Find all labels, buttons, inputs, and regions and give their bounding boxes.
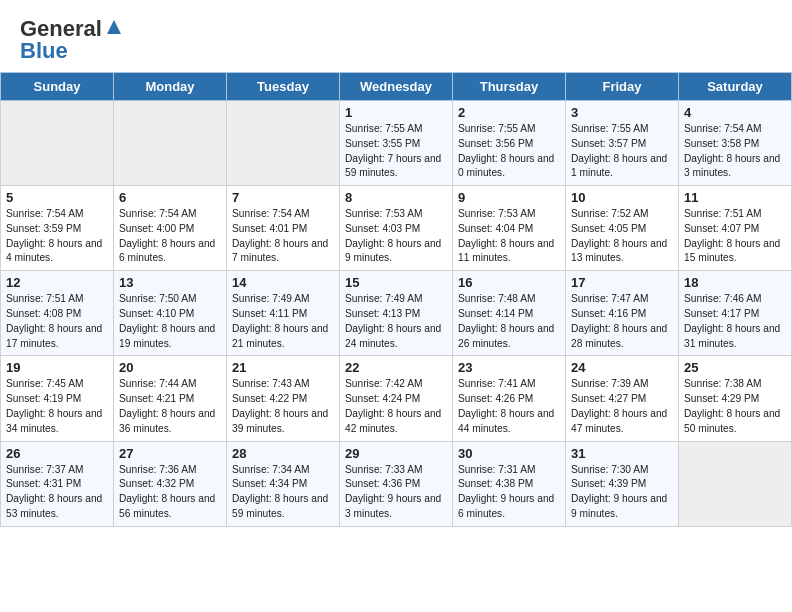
day-number: 12 [6,275,108,290]
cell-info: Sunrise: 7:50 AM Sunset: 4:10 PM Dayligh… [119,292,221,351]
weekday-header: Friday [566,73,679,101]
day-number: 8 [345,190,447,205]
cell-info: Sunrise: 7:44 AM Sunset: 4:21 PM Dayligh… [119,377,221,436]
cell-info: Sunrise: 7:49 AM Sunset: 4:13 PM Dayligh… [345,292,447,351]
day-number: 25 [684,360,786,375]
calendar-cell: 5Sunrise: 7:54 AM Sunset: 3:59 PM Daylig… [1,186,114,271]
day-number: 10 [571,190,673,205]
cell-info: Sunrise: 7:54 AM Sunset: 3:59 PM Dayligh… [6,207,108,266]
calendar-cell: 15Sunrise: 7:49 AM Sunset: 4:13 PM Dayli… [340,271,453,356]
day-number: 24 [571,360,673,375]
day-number: 15 [345,275,447,290]
logo-blue: Blue [20,38,68,64]
day-number: 26 [6,446,108,461]
day-number: 21 [232,360,334,375]
cell-info: Sunrise: 7:53 AM Sunset: 4:03 PM Dayligh… [345,207,447,266]
cell-info: Sunrise: 7:55 AM Sunset: 3:57 PM Dayligh… [571,122,673,181]
calendar-cell: 3Sunrise: 7:55 AM Sunset: 3:57 PM Daylig… [566,101,679,186]
day-number: 14 [232,275,334,290]
cell-info: Sunrise: 7:55 AM Sunset: 3:56 PM Dayligh… [458,122,560,181]
day-number: 2 [458,105,560,120]
weekday-header: Thursday [453,73,566,101]
calendar-cell: 21Sunrise: 7:43 AM Sunset: 4:22 PM Dayli… [227,356,340,441]
day-number: 11 [684,190,786,205]
day-number: 22 [345,360,447,375]
calendar-cell: 19Sunrise: 7:45 AM Sunset: 4:19 PM Dayli… [1,356,114,441]
weekday-header: Sunday [1,73,114,101]
cell-info: Sunrise: 7:53 AM Sunset: 4:04 PM Dayligh… [458,207,560,266]
weekday-header: Tuesday [227,73,340,101]
calendar-cell [1,101,114,186]
day-number: 16 [458,275,560,290]
cell-info: Sunrise: 7:37 AM Sunset: 4:31 PM Dayligh… [6,463,108,522]
cell-info: Sunrise: 7:54 AM Sunset: 4:00 PM Dayligh… [119,207,221,266]
cell-info: Sunrise: 7:45 AM Sunset: 4:19 PM Dayligh… [6,377,108,436]
calendar-cell: 22Sunrise: 7:42 AM Sunset: 4:24 PM Dayli… [340,356,453,441]
calendar-cell [114,101,227,186]
calendar-cell: 16Sunrise: 7:48 AM Sunset: 4:14 PM Dayli… [453,271,566,356]
day-number: 20 [119,360,221,375]
calendar-cell: 11Sunrise: 7:51 AM Sunset: 4:07 PM Dayli… [679,186,792,271]
cell-info: Sunrise: 7:39 AM Sunset: 4:27 PM Dayligh… [571,377,673,436]
calendar-cell: 4Sunrise: 7:54 AM Sunset: 3:58 PM Daylig… [679,101,792,186]
day-number: 4 [684,105,786,120]
cell-info: Sunrise: 7:41 AM Sunset: 4:26 PM Dayligh… [458,377,560,436]
logo: General Blue [20,16,125,64]
day-number: 28 [232,446,334,461]
cell-info: Sunrise: 7:34 AM Sunset: 4:34 PM Dayligh… [232,463,334,522]
cell-info: Sunrise: 7:42 AM Sunset: 4:24 PM Dayligh… [345,377,447,436]
cell-info: Sunrise: 7:30 AM Sunset: 4:39 PM Dayligh… [571,463,673,522]
calendar-cell [679,441,792,526]
weekday-header: Wednesday [340,73,453,101]
day-number: 27 [119,446,221,461]
calendar-cell: 2Sunrise: 7:55 AM Sunset: 3:56 PM Daylig… [453,101,566,186]
calendar-cell: 24Sunrise: 7:39 AM Sunset: 4:27 PM Dayli… [566,356,679,441]
cell-info: Sunrise: 7:46 AM Sunset: 4:17 PM Dayligh… [684,292,786,351]
calendar-cell: 8Sunrise: 7:53 AM Sunset: 4:03 PM Daylig… [340,186,453,271]
calendar-cell: 27Sunrise: 7:36 AM Sunset: 4:32 PM Dayli… [114,441,227,526]
day-number: 30 [458,446,560,461]
calendar-cell: 13Sunrise: 7:50 AM Sunset: 4:10 PM Dayli… [114,271,227,356]
day-number: 19 [6,360,108,375]
day-number: 17 [571,275,673,290]
cell-info: Sunrise: 7:54 AM Sunset: 4:01 PM Dayligh… [232,207,334,266]
calendar-table: SundayMondayTuesdayWednesdayThursdayFrid… [0,72,792,527]
cell-info: Sunrise: 7:38 AM Sunset: 4:29 PM Dayligh… [684,377,786,436]
cell-info: Sunrise: 7:31 AM Sunset: 4:38 PM Dayligh… [458,463,560,522]
cell-info: Sunrise: 7:51 AM Sunset: 4:07 PM Dayligh… [684,207,786,266]
calendar-cell: 29Sunrise: 7:33 AM Sunset: 4:36 PM Dayli… [340,441,453,526]
cell-info: Sunrise: 7:54 AM Sunset: 3:58 PM Dayligh… [684,122,786,181]
calendar-week-row: 19Sunrise: 7:45 AM Sunset: 4:19 PM Dayli… [1,356,792,441]
day-number: 7 [232,190,334,205]
calendar-cell [227,101,340,186]
calendar-cell: 18Sunrise: 7:46 AM Sunset: 4:17 PM Dayli… [679,271,792,356]
calendar-cell: 26Sunrise: 7:37 AM Sunset: 4:31 PM Dayli… [1,441,114,526]
day-number: 5 [6,190,108,205]
day-number: 3 [571,105,673,120]
day-number: 1 [345,105,447,120]
weekday-header: Monday [114,73,227,101]
calendar-cell: 17Sunrise: 7:47 AM Sunset: 4:16 PM Dayli… [566,271,679,356]
calendar-cell: 30Sunrise: 7:31 AM Sunset: 4:38 PM Dayli… [453,441,566,526]
cell-info: Sunrise: 7:47 AM Sunset: 4:16 PM Dayligh… [571,292,673,351]
calendar-cell: 28Sunrise: 7:34 AM Sunset: 4:34 PM Dayli… [227,441,340,526]
calendar-week-row: 26Sunrise: 7:37 AM Sunset: 4:31 PM Dayli… [1,441,792,526]
day-number: 31 [571,446,673,461]
cell-info: Sunrise: 7:51 AM Sunset: 4:08 PM Dayligh… [6,292,108,351]
calendar-week-row: 1Sunrise: 7:55 AM Sunset: 3:55 PM Daylig… [1,101,792,186]
calendar-cell: 20Sunrise: 7:44 AM Sunset: 4:21 PM Dayli… [114,356,227,441]
calendar-cell: 14Sunrise: 7:49 AM Sunset: 4:11 PM Dayli… [227,271,340,356]
calendar-cell: 10Sunrise: 7:52 AM Sunset: 4:05 PM Dayli… [566,186,679,271]
cell-info: Sunrise: 7:48 AM Sunset: 4:14 PM Dayligh… [458,292,560,351]
cell-info: Sunrise: 7:55 AM Sunset: 3:55 PM Dayligh… [345,122,447,181]
day-number: 23 [458,360,560,375]
svg-marker-0 [107,20,121,34]
calendar-cell: 23Sunrise: 7:41 AM Sunset: 4:26 PM Dayli… [453,356,566,441]
day-number: 29 [345,446,447,461]
weekday-header: Saturday [679,73,792,101]
calendar-cell: 25Sunrise: 7:38 AM Sunset: 4:29 PM Dayli… [679,356,792,441]
day-number: 18 [684,275,786,290]
cell-info: Sunrise: 7:36 AM Sunset: 4:32 PM Dayligh… [119,463,221,522]
calendar-cell: 7Sunrise: 7:54 AM Sunset: 4:01 PM Daylig… [227,186,340,271]
calendar-cell: 9Sunrise: 7:53 AM Sunset: 4:04 PM Daylig… [453,186,566,271]
